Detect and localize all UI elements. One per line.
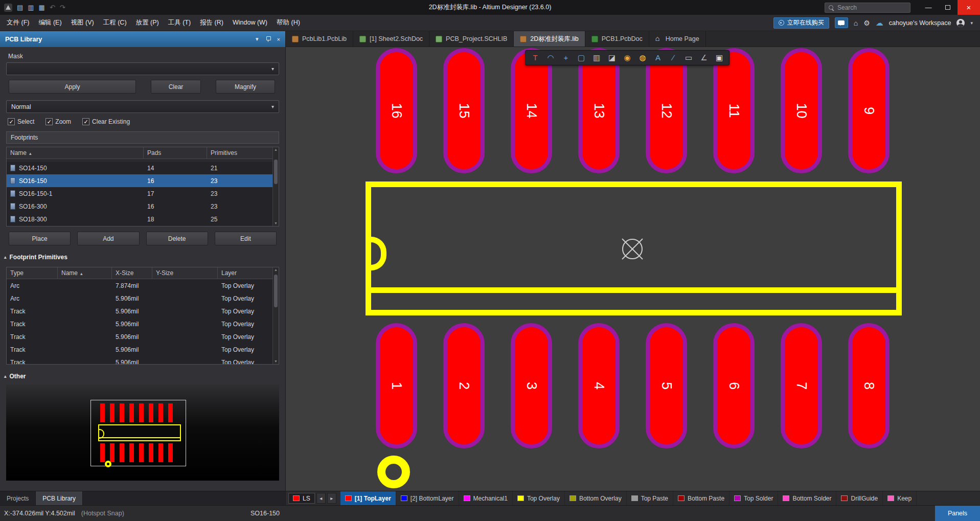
column-header-pads[interactable]: Pads (144, 147, 207, 158)
undo-icon[interactable]: ↶ (50, 0, 55, 15)
menu-item[interactable]: 文件 (F) (2, 15, 34, 31)
layer-tab[interactable]: Mechanical1 (459, 491, 513, 505)
maximize-button[interactable] (938, 0, 958, 15)
column-header-type[interactable]: Type (7, 267, 58, 279)
layer-scroll-right-button[interactable]: ▸ (327, 493, 336, 504)
option-checkbox[interactable]: ✓ Zoom (45, 118, 71, 125)
crosshair-tool-icon[interactable]: + (559, 51, 573, 65)
primitive-row[interactable]: Track 5.906mil Top Overlay (7, 356, 272, 364)
layer-tab[interactable]: Bottom Overlay (565, 491, 627, 505)
primitive-row[interactable]: Arc 7.874mil Top Overlay (7, 279, 272, 292)
pcb-canvas[interactable]: T◠+▢▥◪◉◍A∕▭∠▣ 16 15 14 13 12 11 (286, 47, 980, 491)
primitive-row[interactable]: Track 5.906mil Top Overlay (7, 343, 272, 356)
pad[interactable]: 7 (781, 323, 822, 448)
document-tab[interactable]: [1] Sheet2.SchDoc (353, 31, 429, 47)
layer-tab[interactable]: DrillGuide (836, 491, 883, 505)
panel-tab[interactable]: PCB Library (36, 491, 83, 505)
pad[interactable]: 4 (578, 323, 620, 448)
scrollbar-thumb[interactable] (274, 160, 278, 184)
scroll-up-icon[interactable]: ▲ (273, 267, 279, 273)
layer-tab[interactable]: Keep (883, 491, 917, 505)
place-button[interactable]: Place (9, 232, 71, 245)
primitive-row[interactable]: Track 5.906mil Top Overlay (7, 318, 272, 330)
close-button[interactable]: × (958, 0, 980, 15)
view-mode-dropdown[interactable]: Normal ▾ (6, 100, 279, 113)
search-input[interactable]: Search (825, 3, 910, 13)
menu-item[interactable]: 放置 (P) (131, 15, 164, 31)
panels-button[interactable]: Panels (935, 506, 980, 521)
scroll-down-icon[interactable]: ▼ (273, 221, 279, 226)
home-icon[interactable]: ⌂ (854, 19, 858, 27)
add-button[interactable]: Add (77, 232, 139, 245)
primitive-row[interactable]: Track 5.906mil Top Overlay (7, 305, 272, 318)
primitive-row[interactable]: Arc 5.906mil Top Overlay (7, 292, 272, 305)
column-select-tool-icon[interactable]: ▥ (589, 51, 604, 65)
layer-tab[interactable]: [2] BottomLayer (396, 491, 459, 505)
other-section-header[interactable]: ▴ Other (4, 373, 285, 380)
minimize-button[interactable]: — (919, 0, 938, 15)
pad[interactable]: 8 (848, 323, 890, 448)
user-menu-caret-icon[interactable]: ▾ (970, 20, 973, 26)
menu-item[interactable]: 编辑 (E) (34, 15, 66, 31)
snippet-tool-icon[interactable]: ▣ (712, 51, 726, 65)
menu-item[interactable]: 工具 (T) (164, 15, 195, 31)
document-tab[interactable]: 2D标准封装库.lib (514, 31, 585, 47)
pad[interactable]: 11 (713, 48, 755, 173)
scroll-up-icon[interactable]: ▲ (273, 147, 279, 152)
fill-tool-icon[interactable]: ▭ (681, 51, 696, 65)
delete-button[interactable]: Delete (146, 232, 208, 245)
pin-icon[interactable] (265, 36, 271, 42)
pad[interactable]: 10 (781, 48, 822, 173)
footprints-scrollbar[interactable]: ▲ ▼ (272, 147, 279, 226)
pad[interactable]: 6 (713, 323, 755, 448)
footprint-row[interactable]: SO16-300 16 23 (7, 200, 272, 213)
column-header-layer[interactable]: Layer (218, 267, 272, 279)
apply-button[interactable]: Apply (9, 80, 136, 94)
layer-tab[interactable]: [1] TopLayer (340, 491, 396, 505)
pad[interactable]: 2 (443, 323, 485, 448)
pad[interactable]: 15 (443, 48, 485, 173)
layer-set-selector[interactable]: LS (288, 493, 315, 504)
buy-online-button[interactable]: 立即在线购买 (773, 17, 829, 29)
filter-tool-icon[interactable]: T (528, 51, 542, 65)
layer-tab[interactable]: Top Solder (730, 491, 778, 505)
menu-item[interactable]: 工程 (C) (99, 15, 131, 31)
primitive-row[interactable]: Track 5.906mil Top Overlay (7, 330, 272, 343)
footprint-row[interactable]: SO14-150 14 21 (7, 162, 272, 174)
save-icon[interactable]: ▦ (39, 0, 45, 15)
pad-tool-icon[interactable]: ◉ (620, 51, 634, 65)
primitives-scrollbar[interactable]: ▲ ▼ (272, 267, 279, 364)
pad[interactable]: 3 (511, 323, 552, 448)
pin1-marker[interactable] (377, 456, 410, 488)
menu-item[interactable]: 报告 (R) (195, 15, 228, 31)
new-document-icon[interactable]: ▤ (17, 0, 23, 15)
layer-tab[interactable]: Top Overlay (513, 491, 565, 505)
document-tab[interactable]: Home Page (649, 31, 706, 47)
area-select-tool-icon[interactable]: ▢ (574, 51, 588, 65)
redo-icon[interactable]: ↷ (60, 0, 65, 15)
menu-item[interactable]: 视图 (V) (66, 15, 99, 31)
layer-tab[interactable]: Bottom Paste (673, 491, 730, 505)
magnify-button[interactable]: Magnify (216, 80, 275, 94)
arc-tool-icon[interactable]: ◠ (543, 51, 558, 65)
comment-button[interactable] (835, 17, 848, 28)
measure-tool-icon[interactable]: ∠ (697, 51, 711, 65)
pad[interactable]: 1 (376, 323, 417, 448)
string-tool-icon[interactable]: A (651, 51, 665, 65)
workspace-label[interactable]: cahoyue's Workspace (889, 19, 951, 27)
clear-button[interactable]: Clear (151, 80, 201, 94)
column-header-primitives[interactable]: Primitives (207, 147, 272, 158)
panel-menu-caret-icon[interactable]: ▾ (256, 36, 259, 42)
primitives-section-header[interactable]: ▴ Footprint Primitives (4, 254, 285, 261)
line-tool-icon[interactable]: ∕ (666, 51, 680, 65)
via-tool-icon[interactable]: ◍ (635, 51, 650, 65)
option-checkbox[interactable]: ✓ Clear Existing (82, 118, 130, 125)
column-header-name[interactable]: Name▴ (58, 267, 112, 279)
document-tab[interactable]: PcbLib1.PcbLib (286, 31, 353, 47)
pad[interactable]: 12 (646, 48, 687, 173)
footprint-row[interactable]: SO18-300 18 25 (7, 213, 272, 225)
gear-icon[interactable]: ⚙ (863, 19, 870, 27)
pad[interactable]: 5 (646, 323, 687, 448)
column-header-ysize[interactable]: Y-Size (152, 267, 218, 279)
option-checkbox[interactable]: ✓ Select (8, 118, 34, 125)
